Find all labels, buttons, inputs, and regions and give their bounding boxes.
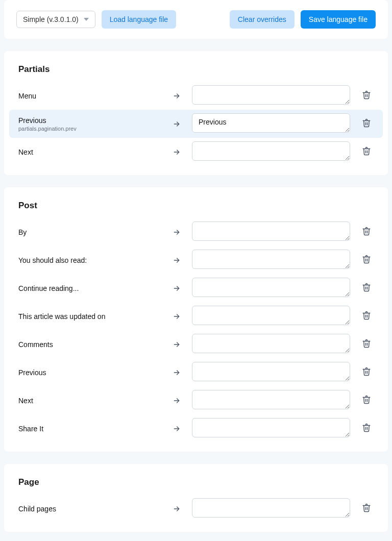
row-label-col: Continue reading... [18, 284, 161, 292]
translation-input[interactable] [192, 85, 350, 105]
version-select-value: Simple (v.3.0.1.0) [23, 15, 79, 23]
trash-icon [362, 255, 371, 265]
row-label-col: You should also read: [18, 256, 161, 264]
row-label: Child pages [18, 505, 161, 513]
row-label: Menu [18, 92, 161, 100]
translation-row[interactable]: Comments [4, 330, 388, 358]
row-label-col: Share It [18, 425, 161, 433]
translation-input[interactable] [192, 222, 350, 241]
row-label: Continue reading... [18, 284, 161, 292]
row-label-col: Previouspartials.pagination.prev [18, 116, 161, 132]
translation-row[interactable]: Child pages [4, 495, 388, 523]
load-language-button[interactable]: Load language file [102, 10, 176, 29]
translation-input[interactable] [192, 418, 350, 437]
row-label: By [18, 228, 161, 236]
section-panel: PostByYou should also read:Continue read… [4, 187, 388, 452]
translation-input[interactable] [192, 141, 350, 161]
translation-row[interactable]: This article was updated on [4, 302, 388, 330]
translation-row[interactable]: Continue reading... [4, 274, 388, 302]
version-select[interactable]: Simple (v.3.0.1.0) [16, 11, 95, 28]
translation-input[interactable] [192, 306, 350, 325]
row-label-col: This article was updated on [18, 312, 161, 321]
row-input-col [192, 278, 350, 299]
chevron-down-icon [84, 18, 89, 21]
row-label-col: Menu [18, 92, 161, 100]
delete-row-button[interactable] [359, 146, 374, 157]
translation-row[interactable]: Share It [4, 414, 388, 442]
row-input-col [192, 390, 350, 411]
row-label-col: Next [18, 148, 161, 156]
row-input-col [192, 306, 350, 327]
arrow-right-icon [170, 368, 183, 377]
row-input-col [192, 222, 350, 242]
arrow-right-icon [170, 228, 183, 236]
delete-row-button[interactable] [359, 255, 374, 265]
delete-row-button[interactable] [359, 339, 374, 350]
trash-icon [362, 311, 371, 322]
trash-icon [362, 283, 371, 293]
translation-row[interactable]: Next [4, 386, 388, 414]
translation-row[interactable]: Previouspartials.pagination.prev [9, 110, 383, 138]
delete-row-button[interactable] [359, 227, 374, 237]
arrow-right-icon [170, 148, 183, 156]
translation-row[interactable]: Menu [4, 82, 388, 110]
trash-icon [362, 367, 371, 378]
arrow-right-icon [170, 312, 183, 321]
row-input-col [192, 250, 350, 270]
delete-row-button[interactable] [359, 423, 374, 434]
translation-input[interactable] [192, 113, 350, 133]
arrow-right-icon [170, 425, 183, 433]
translation-input[interactable] [192, 250, 350, 269]
arrow-right-icon [170, 92, 183, 100]
delete-row-button[interactable] [359, 503, 374, 514]
trash-icon [362, 90, 371, 101]
row-label: Previous [18, 368, 161, 377]
translation-input[interactable] [192, 390, 350, 409]
arrow-right-icon [170, 284, 183, 292]
translation-row[interactable]: You should also read: [4, 246, 388, 274]
arrow-right-icon [170, 120, 183, 128]
section-title: Page [4, 477, 388, 495]
row-label-col: Child pages [18, 505, 161, 513]
row-label: Share It [18, 425, 161, 433]
trash-icon [362, 503, 371, 514]
delete-row-button[interactable] [359, 90, 374, 101]
delete-row-button[interactable] [359, 395, 374, 406]
translation-row[interactable]: Next [4, 138, 388, 166]
translation-row[interactable]: Previous [4, 358, 388, 386]
section-panel: PageChild pages [4, 464, 388, 532]
row-label: Comments [18, 340, 161, 349]
save-language-button[interactable]: Save language file [301, 10, 376, 29]
row-input-col [192, 334, 350, 355]
row-input-col [192, 85, 350, 106]
row-label: Previous [18, 116, 161, 125]
trash-icon [362, 227, 371, 237]
translation-input[interactable] [192, 334, 350, 353]
delete-row-button[interactable] [359, 311, 374, 322]
trash-icon [362, 395, 371, 406]
row-label-col: By [18, 228, 161, 236]
delete-row-button[interactable] [359, 367, 374, 378]
translation-input[interactable] [192, 498, 350, 518]
row-label-col: Previous [18, 368, 161, 377]
arrow-right-icon [170, 340, 183, 349]
clear-overrides-button[interactable]: Clear overrides [230, 10, 295, 29]
arrow-right-icon [170, 256, 183, 264]
translation-input[interactable] [192, 278, 350, 297]
section-title: Post [4, 201, 388, 218]
delete-row-button[interactable] [359, 118, 374, 129]
translation-input[interactable] [192, 362, 350, 381]
row-input-col [192, 498, 350, 519]
row-input-col [192, 113, 350, 134]
arrow-right-icon [170, 505, 183, 513]
arrow-right-icon [170, 397, 183, 405]
row-label: Next [18, 397, 161, 405]
delete-row-button[interactable] [359, 283, 374, 293]
row-label: Next [18, 148, 161, 156]
row-key: partials.pagination.prev [18, 126, 161, 132]
translation-row[interactable]: By [4, 218, 388, 246]
row-label-col: Next [18, 397, 161, 405]
row-input-col [192, 362, 350, 383]
row-input-col [192, 418, 350, 439]
row-label: This article was updated on [18, 312, 161, 321]
